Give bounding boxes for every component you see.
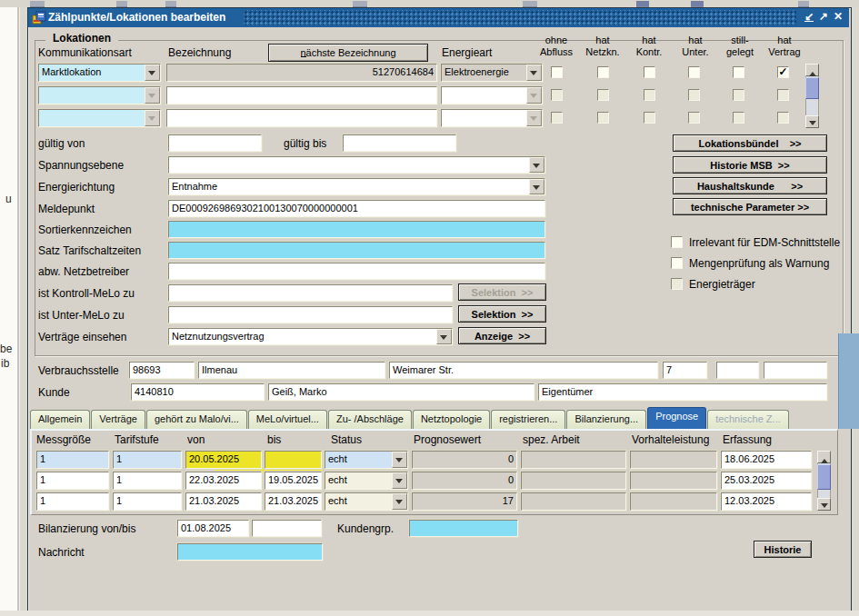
tab-bilanzierung[interactable]: Bilanzierung... xyxy=(566,410,646,429)
haushaltskunde-button[interactable]: Haushaltskunde >> xyxy=(673,177,827,194)
minimize-button[interactable]: ↙ xyxy=(803,10,815,24)
dropdown-arrow-icon[interactable] xyxy=(145,65,160,81)
cell-prognosewert[interactable]: 17 xyxy=(412,492,517,511)
satz-tarifschaltzeiten-field[interactable] xyxy=(168,242,545,259)
cell-status-select[interactable]: echt xyxy=(325,492,408,511)
lokationsbuendel-button[interactable]: Lokationsbündel >> xyxy=(673,134,827,152)
vertraege-einsehen-select[interactable]: Netznutzungsvertrag xyxy=(168,328,453,345)
checkbox-ohne-abfluss[interactable] xyxy=(551,112,563,124)
cell-prognosewert[interactable]: 0 xyxy=(412,451,517,469)
scrollbar-thumb[interactable] xyxy=(805,77,819,99)
cell-von[interactable]: 20.05.2025 xyxy=(185,451,262,469)
verbrauchsstelle-strasse-field[interactable]: Weimarer Str. xyxy=(389,362,658,379)
checkbox-hat-kontr[interactable] xyxy=(644,66,655,78)
dropdown-arrow-icon[interactable] xyxy=(529,179,544,194)
scroll-up-icon[interactable] xyxy=(805,64,819,76)
checkbox-hat-netzkn[interactable] xyxy=(597,89,609,101)
scroll-down-icon[interactable] xyxy=(817,498,831,511)
checkbox-stillgelegt[interactable] xyxy=(733,112,744,124)
cell-vorhalteleistung[interactable] xyxy=(630,472,717,490)
dropdown-arrow-icon[interactable] xyxy=(392,472,407,489)
cell-vorhalteleistung[interactable] xyxy=(630,451,717,469)
dropdown-arrow-icon[interactable] xyxy=(145,87,160,104)
kontroll-melo-field[interactable] xyxy=(168,284,453,302)
cell-status-select[interactable]: echt xyxy=(325,472,408,490)
checkbox-stillgelegt[interactable] xyxy=(733,89,744,101)
maximize-button[interactable]: ↗ xyxy=(817,10,830,24)
verbrauchsstelle-nummer-field[interactable]: 98693 xyxy=(129,362,195,379)
bilanzierung-bis-field[interactable] xyxy=(252,520,322,537)
checkbox-hat-unter[interactable] xyxy=(688,112,700,124)
bezeichnung-field[interactable]: 51270614684 xyxy=(166,64,437,82)
dropdown-arrow-icon[interactable] xyxy=(145,110,160,126)
checkbox-hat-unter[interactable] xyxy=(688,66,700,78)
cell-messgroesse[interactable]: 1 xyxy=(36,451,109,469)
tab-melo-virtuell[interactable]: MeLo/virtuel... xyxy=(248,410,327,429)
cell-spez-arbeit[interactable] xyxy=(521,472,626,490)
selektion-unter-button[interactable]: Selektion >> xyxy=(458,305,546,323)
verbrauchsstelle-zusatz2-field[interactable] xyxy=(764,362,827,379)
energierichtung-select[interactable]: Entnahme xyxy=(168,178,545,195)
checkbox-ohne-abfluss[interactable] xyxy=(551,66,563,78)
cell-spez-arbeit[interactable] xyxy=(521,451,626,469)
cell-messgroesse[interactable]: 1 xyxy=(36,472,109,490)
checkbox-irrelevant-edm[interactable] xyxy=(671,236,683,248)
checkbox-hat-netzkn[interactable] xyxy=(597,112,609,124)
energieart-select[interactable] xyxy=(441,86,543,104)
scrollbar-thumb[interactable] xyxy=(817,464,831,490)
dropdown-arrow-icon[interactable] xyxy=(526,65,542,81)
cell-bis[interactable] xyxy=(265,451,322,469)
abw-netzbetreiber-field[interactable] xyxy=(168,263,545,280)
tab-gehoert-zu-malo[interactable]: gehört zu Malo/vi... xyxy=(146,410,247,429)
checkbox-hat-unter[interactable] xyxy=(688,89,700,101)
dropdown-arrow-icon[interactable] xyxy=(526,110,542,126)
verbrauchsstelle-ort-field[interactable]: Ilmenau xyxy=(198,362,385,379)
cell-tarifstufe[interactable]: 1 xyxy=(113,492,182,511)
cell-tarifstufe[interactable]: 1 xyxy=(113,451,182,469)
verbrauchsstelle-zusatz1-field[interactable] xyxy=(716,362,759,379)
bezeichnung-field[interactable] xyxy=(166,109,437,127)
dropdown-arrow-icon[interactable] xyxy=(392,493,407,510)
gueltig-von-field[interactable] xyxy=(168,134,262,152)
anzeige-button[interactable]: Anzeige >> xyxy=(458,327,546,344)
kunde-name-field[interactable]: Geiß, Marko xyxy=(268,383,534,401)
checkbox-hat-vertrag[interactable] xyxy=(777,89,789,101)
cell-erfassung[interactable]: 12.03.2025 xyxy=(721,492,812,511)
energieart-select[interactable] xyxy=(441,109,543,127)
kunde-nummer-field[interactable]: 4140810 xyxy=(131,383,265,401)
cell-bis[interactable]: 21.03.2025 xyxy=(265,492,322,511)
tab-vertraege[interactable]: Verträge xyxy=(91,410,145,429)
checkbox-mengenpruefung[interactable] xyxy=(671,257,683,269)
cell-prognosewert[interactable]: 0 xyxy=(412,472,517,490)
checkbox-hat-kontr[interactable] xyxy=(644,112,655,124)
cell-erfassung[interactable]: 18.06.2025 xyxy=(721,451,812,469)
scroll-up-icon[interactable] xyxy=(817,451,831,463)
checkbox-energietraeger[interactable] xyxy=(671,278,683,290)
checkbox-ohne-abfluss[interactable] xyxy=(551,89,563,101)
historie-msb-button[interactable]: Historie MSB >> xyxy=(673,156,827,174)
tab-allgemein[interactable]: Allgemein xyxy=(30,410,90,429)
historie-button[interactable]: Historie xyxy=(754,541,812,558)
cell-tarifstufe[interactable]: 1 xyxy=(113,472,182,490)
dropdown-arrow-icon[interactable] xyxy=(392,452,407,468)
tab-zu-abschlaege[interactable]: Zu- /Abschläge xyxy=(328,410,412,429)
cell-status-select[interactable]: echt xyxy=(325,451,408,469)
sortierkennzeichen-field[interactable] xyxy=(168,221,545,238)
verbrauchsstelle-hausnummer-field[interactable]: 7 xyxy=(663,362,707,379)
dropdown-arrow-icon[interactable] xyxy=(436,329,452,344)
cell-bis[interactable]: 19.05.2025 xyxy=(265,472,322,490)
close-icon[interactable]: ✕ xyxy=(832,10,844,24)
meldepunkt-field[interactable]: DE0009269869302100130070000000001 xyxy=(168,200,545,217)
technische-parameter-button[interactable]: technische Parameter >> xyxy=(673,198,827,215)
gueltig-bis-field[interactable] xyxy=(343,134,456,152)
checkbox-hat-vertrag[interactable] xyxy=(777,112,789,124)
tab-technische-z[interactable]: technische Z... xyxy=(707,410,789,429)
spannungsebene-select[interactable] xyxy=(168,156,545,174)
cell-von[interactable]: 21.03.2025 xyxy=(185,492,262,511)
checkbox-hat-netzkn[interactable] xyxy=(597,66,609,78)
scroll-down-icon[interactable] xyxy=(805,115,819,128)
dropdown-arrow-icon[interactable] xyxy=(526,87,542,104)
dropdown-arrow-icon[interactable] xyxy=(529,157,544,173)
tab-netztopologie[interactable]: Netztopologie xyxy=(413,410,490,429)
tab-registrieren[interactable]: registrieren... xyxy=(491,410,565,429)
